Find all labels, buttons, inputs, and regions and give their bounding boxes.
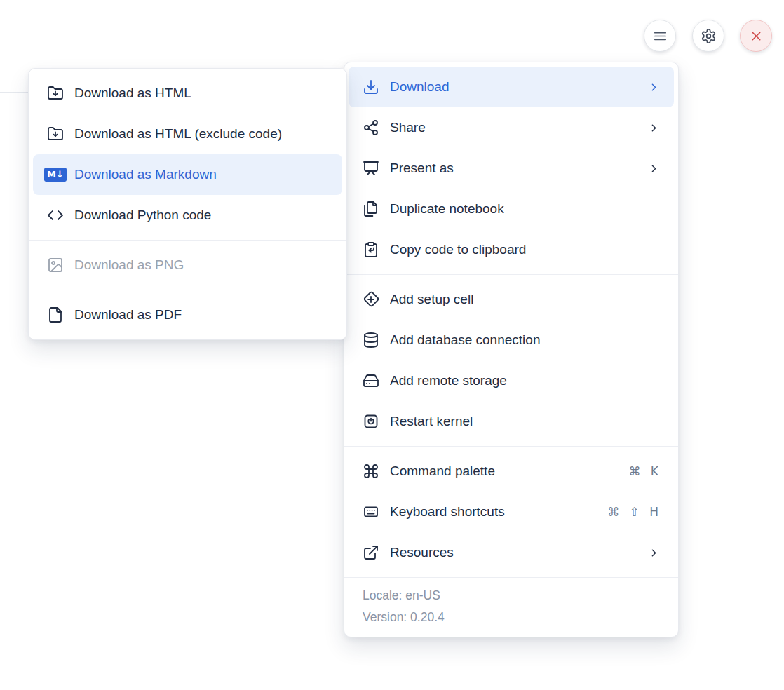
menu-item-label: Command palette — [390, 464, 618, 479]
chevron-right-icon — [648, 163, 660, 175]
menu-item-label: Download — [390, 79, 637, 95]
file-icon — [47, 306, 64, 323]
menu-item-label: Download as PNG — [74, 257, 328, 273]
clipboard-copy-icon — [363, 241, 379, 258]
menu-item-add-remote-storage[interactable]: Add remote storage — [349, 360, 674, 401]
menu-item-label: Add database connection — [390, 332, 660, 348]
menu-item-label: Duplicate notebook — [390, 201, 660, 217]
menu-item-download-markdown[interactable]: M↓ Download as Markdown — [33, 154, 342, 195]
menu-item-download-pdf[interactable]: Download as PDF — [33, 295, 342, 335]
menu-item-label: Download as Markdown — [74, 167, 328, 182]
background-divider-line — [0, 92, 28, 93]
folder-down-icon — [47, 85, 64, 102]
menu-item-label: Share — [390, 120, 637, 135]
menu-item-add-setup-cell[interactable]: Add setup cell — [349, 279, 674, 320]
menu-item-present-as[interactable]: Present as — [349, 148, 674, 189]
submenu-group-png: Download as PNG — [29, 240, 346, 290]
menu-item-label: Add remote storage — [390, 373, 660, 388]
menu-item-add-database[interactable]: Add database connection — [349, 320, 674, 360]
external-link-icon — [363, 544, 379, 561]
menu-item-download-html-exclude-code[interactable]: Download as HTML (exclude code) — [33, 114, 342, 154]
version-text: Version: 0.20.4 — [363, 607, 660, 628]
menu-item-resources[interactable]: Resources — [349, 532, 674, 573]
hamburger-icon — [652, 28, 668, 44]
menu-item-download-png[interactable]: Download as PNG — [33, 245, 342, 285]
duplicate-icon — [363, 201, 379, 217]
download-icon — [363, 79, 379, 95]
menu-item-label: Resources — [390, 545, 637, 560]
power-icon — [363, 413, 379, 430]
menu-item-label: Copy code to clipboard — [390, 242, 660, 257]
notebook-menu: Download Share Present — [344, 62, 679, 637]
markdown-icon: M↓ — [47, 166, 64, 183]
menu-item-label: Add setup cell — [390, 292, 660, 307]
settings-button[interactable] — [692, 20, 724, 52]
menu-item-copy-code[interactable]: Copy code to clipboard — [349, 229, 674, 270]
presentation-icon — [363, 160, 379, 177]
hard-drive-icon — [363, 372, 379, 389]
background-divider-line — [0, 135, 28, 135]
menu-item-download-python[interactable]: Download Python code — [33, 195, 342, 236]
image-icon — [47, 257, 64, 273]
command-icon — [363, 463, 379, 480]
diamond-plus-icon — [363, 291, 379, 308]
share-icon — [363, 119, 379, 136]
menu-item-label: Download as PDF — [74, 307, 328, 323]
menu-item-label: Keyboard shortcuts — [390, 504, 597, 520]
close-icon — [749, 29, 764, 43]
code-icon — [47, 207, 64, 224]
gear-icon — [701, 28, 717, 44]
shutdown-button[interactable] — [740, 20, 772, 52]
menu-item-label: Restart kernel — [390, 414, 660, 429]
locale-text: Locale: en-US — [363, 585, 660, 607]
shortcut-hint: ⌘ ⇧ H — [607, 505, 660, 519]
menu-item-label: Download as HTML — [74, 86, 328, 101]
menu-item-share[interactable]: Share — [349, 107, 674, 148]
submenu-group-pdf: Download as PDF — [29, 290, 346, 339]
notebook-menu-button[interactable] — [644, 20, 676, 52]
menu-item-label: Present as — [390, 161, 637, 176]
database-icon — [363, 332, 379, 349]
menu-group-help: Command palette ⌘ K Keyboard shortcuts ⌘… — [344, 446, 678, 577]
download-submenu: Download as HTML Download as HTML (exclu… — [28, 68, 347, 340]
chevron-right-icon — [648, 122, 660, 134]
menu-item-duplicate-notebook[interactable]: Duplicate notebook — [349, 189, 674, 229]
menu-item-command-palette[interactable]: Command palette ⌘ K — [349, 451, 674, 492]
menu-footer: Locale: en-US Version: 0.20.4 — [344, 577, 678, 637]
menu-item-restart-kernel[interactable]: Restart kernel — [349, 401, 674, 442]
menu-item-keyboard-shortcuts[interactable]: Keyboard shortcuts ⌘ ⇧ H — [349, 492, 674, 532]
menu-item-download[interactable]: Download — [349, 67, 674, 107]
shortcut-hint: ⌘ K — [628, 464, 660, 478]
menu-item-download-html[interactable]: Download as HTML — [33, 73, 342, 114]
keyboard-icon — [363, 503, 379, 520]
folder-down-icon — [47, 126, 64, 142]
menu-item-label: Download as HTML (exclude code) — [74, 126, 328, 142]
chevron-right-icon — [648, 81, 660, 93]
submenu-group-documents: Download as HTML Download as HTML (exclu… — [29, 69, 346, 240]
menu-group-actions: Download Share Present — [344, 62, 678, 274]
menu-item-label: Download Python code — [74, 208, 328, 223]
menu-group-kernel: Add setup cell Add database connection — [344, 274, 678, 446]
chevron-right-icon — [648, 547, 660, 559]
